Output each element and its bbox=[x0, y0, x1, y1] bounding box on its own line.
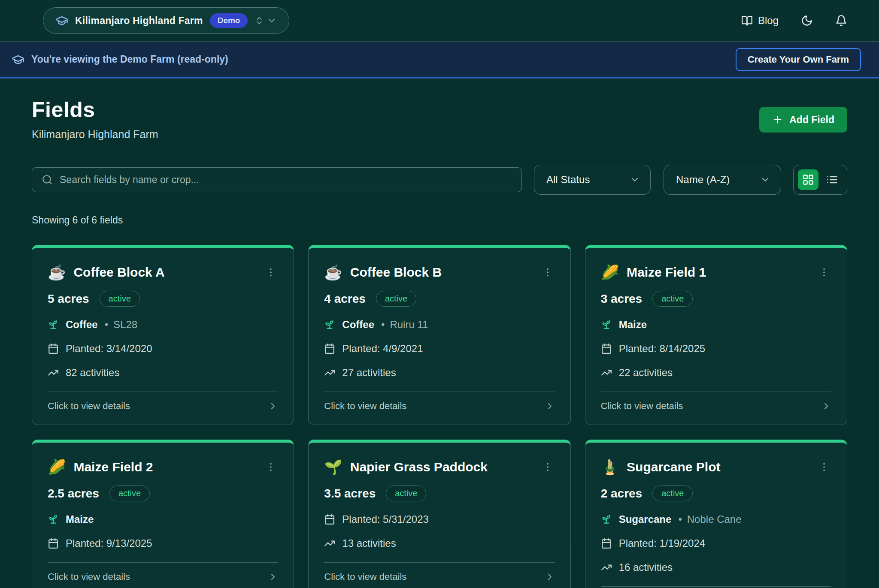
field-card[interactable]: ☕ Coffee Block A 5 acres active Coffee bbox=[32, 245, 294, 425]
kebab-icon bbox=[542, 267, 553, 278]
card-divider bbox=[601, 392, 831, 392]
notifications-button[interactable] bbox=[835, 15, 847, 27]
chevron-right-icon bbox=[268, 572, 278, 582]
kebab-icon bbox=[542, 461, 553, 473]
kebab-icon bbox=[818, 461, 830, 473]
field-acreage: 2 acres bbox=[601, 487, 643, 501]
planted-text: Planted: 9/13/2025 bbox=[66, 537, 152, 549]
add-field-button[interactable]: Add Field bbox=[759, 107, 847, 133]
planted-text: Planted: 3/14/2020 bbox=[66, 343, 152, 355]
card-menu-button[interactable] bbox=[540, 265, 555, 280]
crop-variety-wrap: SL28 bbox=[105, 319, 137, 331]
trending-up-icon bbox=[601, 562, 612, 573]
field-emoji: 🌱 bbox=[324, 460, 342, 474]
blog-link[interactable]: Blog bbox=[741, 15, 779, 27]
activities-row: 82 activities bbox=[48, 367, 278, 379]
card-menu-button[interactable] bbox=[817, 265, 831, 280]
details-label: Click to view details bbox=[48, 571, 130, 582]
sort-value: Name (A-Z) bbox=[676, 174, 730, 186]
demo-banner: You're viewing the Demo Farm (read-only)… bbox=[0, 42, 879, 78]
field-emoji: 🌽 bbox=[48, 460, 66, 474]
bell-icon bbox=[835, 15, 847, 27]
details-label: Click to view details bbox=[601, 401, 683, 412]
field-card[interactable]: 🌱 Napier Grass Paddock 3.5 acres active bbox=[308, 440, 570, 588]
kebab-icon bbox=[265, 267, 276, 278]
status-badge: active bbox=[376, 291, 416, 307]
status-badge: active bbox=[386, 485, 426, 501]
field-emoji: ☕ bbox=[48, 265, 66, 280]
farm-name: Kilimanjaro Highland Farm bbox=[75, 15, 203, 27]
card-menu-button[interactable] bbox=[817, 460, 831, 474]
details-row[interactable]: Click to view details bbox=[601, 401, 831, 412]
chevron-down-icon bbox=[267, 15, 277, 26]
grid-view-button[interactable] bbox=[798, 169, 818, 190]
sort-dropdown[interactable]: Name (A-Z) bbox=[664, 165, 781, 195]
book-open-icon bbox=[741, 15, 753, 27]
chevron-right-icon bbox=[545, 572, 555, 582]
field-emoji: 🎍 bbox=[601, 460, 619, 474]
details-row[interactable]: Click to view details bbox=[324, 401, 555, 412]
status-filter-dropdown[interactable]: All Status bbox=[534, 165, 651, 195]
graduation-cap-icon bbox=[55, 14, 68, 27]
calendar-icon bbox=[48, 343, 59, 354]
calendar-icon bbox=[601, 538, 612, 549]
crop-variety-wrap: Ruiru 11 bbox=[381, 319, 428, 331]
top-header: Kilimanjaro Highland Farm Demo Blog bbox=[0, 0, 879, 42]
status-filter-value: All Status bbox=[546, 174, 590, 186]
add-field-label: Add Field bbox=[789, 114, 834, 126]
farm-selector[interactable]: Kilimanjaro Highland Farm Demo bbox=[43, 7, 289, 34]
page-title: Fields bbox=[32, 97, 158, 122]
crop-variety: Noble Cane bbox=[687, 513, 742, 525]
results-summary: Showing 6 of 6 fields bbox=[32, 214, 847, 226]
search-box bbox=[32, 167, 522, 192]
field-card[interactable]: 🌽 Maize Field 1 3 acres active Maize bbox=[585, 245, 847, 425]
planted-row: Planted: 3/14/2020 bbox=[48, 343, 278, 355]
crop-variety: SL28 bbox=[113, 319, 137, 331]
card-divider bbox=[601, 586, 831, 587]
sprout-icon bbox=[324, 319, 335, 330]
field-name: Coffee Block B bbox=[350, 265, 442, 280]
field-card[interactable]: ☕ Coffee Block B 4 acres active Coffee bbox=[308, 245, 570, 425]
moon-icon bbox=[801, 15, 813, 27]
sprout-icon bbox=[48, 514, 59, 525]
sprout-icon bbox=[48, 319, 59, 330]
trending-up-icon bbox=[324, 367, 335, 378]
fields-page: Fields Kilimanjaro Highland Farm Add Fie… bbox=[0, 78, 879, 588]
activities-row: 13 activities bbox=[324, 537, 555, 549]
list-view-button[interactable] bbox=[822, 169, 843, 190]
search-input[interactable] bbox=[60, 174, 512, 186]
status-badge: active bbox=[652, 291, 693, 307]
crop-name: Sugarcane bbox=[619, 513, 672, 525]
sprout-icon bbox=[601, 319, 612, 330]
card-menu-button[interactable] bbox=[264, 460, 278, 474]
details-label: Click to view details bbox=[324, 571, 406, 582]
sprout-icon bbox=[601, 514, 612, 525]
activities-text: 13 activities bbox=[342, 537, 396, 549]
plus-icon bbox=[772, 114, 783, 125]
details-row[interactable]: Click to view details bbox=[48, 571, 278, 582]
demo-badge: Demo bbox=[210, 13, 248, 28]
details-row[interactable]: Click to view details bbox=[324, 571, 555, 582]
planted-row: Planted: 4/9/2021 bbox=[324, 343, 555, 355]
card-menu-button[interactable] bbox=[540, 460, 555, 474]
planted-text: Planted: 1/19/2024 bbox=[619, 537, 706, 549]
chevrons-up-down-icon bbox=[255, 16, 264, 25]
field-card[interactable]: 🌽 Maize Field 2 2.5 acres active Maize bbox=[32, 440, 294, 588]
search-icon bbox=[42, 174, 53, 185]
crop-row: Maize bbox=[601, 319, 831, 331]
chevron-right-icon bbox=[268, 401, 278, 411]
activities-text: 22 activities bbox=[619, 367, 673, 379]
create-your-own-farm-button[interactable]: Create Your Own Farm bbox=[736, 48, 861, 71]
field-name: Maize Field 2 bbox=[73, 460, 153, 474]
calendar-icon bbox=[324, 343, 335, 354]
planted-text: Planted: 4/9/2021 bbox=[342, 343, 423, 355]
field-card[interactable]: 🎍 Sugarcane Plot 2 acres active Sugarcan… bbox=[585, 440, 847, 588]
crop-name: Maize bbox=[619, 319, 647, 331]
planted-row: Planted: 5/31/2023 bbox=[324, 513, 555, 525]
field-name: Coffee Block A bbox=[73, 265, 164, 280]
card-menu-button[interactable] bbox=[264, 265, 278, 280]
theme-toggle-button[interactable] bbox=[801, 15, 813, 27]
details-row[interactable]: Click to view details bbox=[48, 401, 278, 412]
field-acreage: 5 acres bbox=[48, 292, 89, 306]
status-badge: active bbox=[100, 291, 140, 307]
